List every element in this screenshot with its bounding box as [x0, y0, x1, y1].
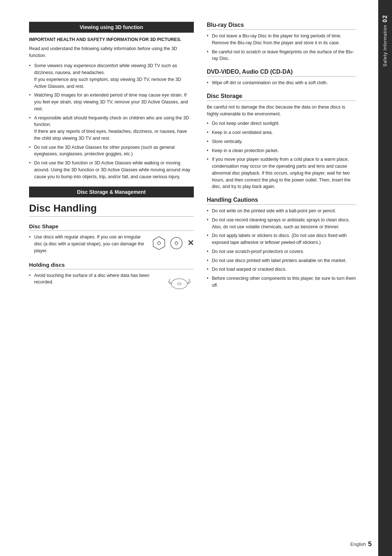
holding-discs-bullet: Avoid touching the surface of a disc whe…: [29, 272, 161, 286]
svg-point-1: [158, 242, 160, 245]
holding-discs-bullets: Avoid touching the surface of a disc whe…: [29, 272, 161, 286]
handling-cautions-title: Handling Cautions: [207, 197, 356, 205]
bluray-bullet-2: Be careful not to scratch or leave finge…: [207, 49, 356, 62]
disc-storage-mgmt-header: Disc Storage & Management: [29, 187, 194, 197]
disc-storage-bullets: Do not keep under direct sunlight. Keep …: [207, 120, 356, 190]
handling-bullet-3: Do not apply labels or stickers to discs…: [207, 232, 356, 246]
dvd-bullets: Wipe off dirt or contamination on the di…: [207, 79, 356, 86]
bullet-item-2: Watching 3D images for an extended perio…: [29, 92, 194, 112]
disc-storage-bullet-4: Keep in a clean protection jacket.: [207, 147, 356, 154]
handling-cautions-bullets: Do not write on the printed side with a …: [207, 208, 356, 289]
disc-shape-row: Use discs with regular shapes. If you us…: [29, 234, 194, 258]
dvd-bullet-1: Wipe off dirt or contamination on the di…: [207, 79, 356, 86]
svg-marker-0: [153, 237, 165, 250]
disc-storage-bullet-1: Do not keep under direct sunlight.: [207, 120, 356, 127]
bluray-bullets: Do not leave a Blu-ray Disc in the playe…: [207, 33, 356, 62]
handling-bullet-7: Before connecting other components to th…: [207, 275, 356, 289]
svg-point-3: [175, 242, 178, 245]
bullet-item-3: A responsible adult should frequently ch…: [29, 115, 194, 142]
disc-storage-section: Disc Storage Be careful not to damage th…: [207, 93, 356, 190]
sidebar-label: Safety Information: [383, 25, 388, 66]
bluray-title: Blu-ray Discs: [207, 22, 356, 30]
bluray-bullet-1: Do not leave a Blu-ray Disc in the playe…: [207, 33, 356, 46]
disc-shape-title: Disc Shape: [29, 223, 194, 231]
footer-language: English: [350, 541, 366, 547]
disc-shape-bullets: Use discs with regular shapes. If you us…: [29, 234, 147, 254]
disc-storage-bullet-5: If you move your player suddenly from a …: [207, 156, 356, 190]
holding-discs-section: Holding discs Avoid touching the surface…: [29, 262, 194, 294]
handling-bullet-1: Do not write on the printed side with a …: [207, 208, 356, 214]
viewing-bullets: Some viewers may experience discomfort w…: [29, 62, 194, 180]
bullet-item-5: Do not use the 3D function or 3D Active …: [29, 160, 194, 180]
dvd-section: DVD-VIDEO, Audio CD (CD-DA) Wipe off dir…: [207, 69, 356, 86]
bluray-section: Blu-ray Discs Do not leave a Blu-ray Dis…: [207, 22, 356, 62]
hexagon-disc-icon: [151, 235, 167, 251]
disc-storage-bullet-2: Keep in a cool ventilated area.: [207, 129, 356, 136]
handling-bullet-6: Do not load warped or cracked discs.: [207, 266, 356, 273]
right-column: Blu-ray Discs Do not leave a Blu-ray Dis…: [207, 22, 356, 295]
disc-shape-section: Disc Shape Use discs with regular shapes…: [29, 223, 194, 258]
footer: English 5: [350, 540, 372, 548]
disc-shape-text: Use discs with regular shapes. If you us…: [29, 234, 147, 258]
sidebar-text: 02 Safety Information: [382, 15, 388, 66]
dvd-title: DVD-VIDEO, Audio CD (CD-DA): [207, 69, 356, 77]
disc-storage-title: Disc Storage: [207, 93, 356, 101]
holding-disc-illustration: [165, 274, 194, 294]
handling-bullet-5: Do not use discs printed with label prin…: [207, 257, 356, 264]
x-mark-icon: ✕: [187, 238, 194, 248]
handling-bullet-4: Do not use scratch-proof protectors or c…: [207, 248, 356, 255]
svg-point-2: [171, 237, 182, 249]
disc-handling-title: Disc Handling: [29, 203, 194, 217]
handling-bullet-2: Do not use record cleaning sprays or ant…: [207, 217, 356, 230]
round-disc-icon: [168, 235, 184, 251]
left-column: Viewing using 3D function IMPORTANT HEAL…: [29, 22, 194, 295]
disc-icons: ✕: [151, 235, 194, 251]
disc-storage-mgmt-section: Disc Storage & Management: [29, 187, 194, 197]
important-health-text: IMPORTANT HEALTH AND SAFETY INFORMATION …: [29, 36, 194, 43]
two-column-section: Viewing using 3D function IMPORTANT HEAL…: [29, 22, 356, 295]
holding-discs-text: Avoid touching the surface of a disc whe…: [29, 272, 161, 290]
disc-shape-bullet: Use discs with regular shapes. If you us…: [29, 234, 147, 254]
handling-cautions-section: Handling Cautions Do not write on the pr…: [207, 197, 356, 289]
bullet-item-4: Do not use the 3D Active Glasses for oth…: [29, 144, 194, 158]
page-container: Viewing using 3D function IMPORTANT HEAL…: [0, 0, 392, 556]
viewing-3d-header: Viewing using 3D function: [29, 22, 194, 33]
holding-discs-row: Avoid touching the surface of a disc whe…: [29, 272, 194, 294]
disc-storage-desc: Be careful not to damage the disc becaus…: [207, 104, 356, 118]
main-content: Viewing using 3D function IMPORTANT HEAL…: [0, 0, 378, 556]
bullet-item-1: Some viewers may experience discomfort w…: [29, 62, 194, 90]
holding-discs-title: Holding discs: [29, 262, 194, 269]
footer-page-number: 5: [368, 540, 372, 548]
sidebar-number: 02: [382, 15, 388, 23]
sidebar: 02 Safety Information: [378, 0, 392, 556]
intro-text: Read and understand the following safety…: [29, 45, 194, 59]
disc-storage-bullet-3: Store vertically.: [207, 138, 356, 145]
